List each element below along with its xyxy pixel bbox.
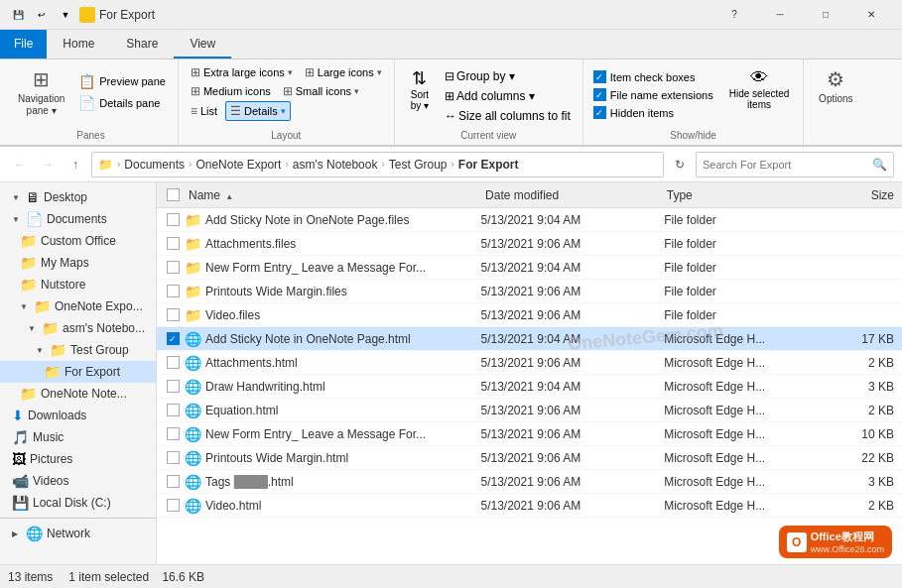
sidebar-item-desktop[interactable]: ▼ 🖥 Desktop (0, 186, 156, 208)
row-checkbox[interactable] (161, 404, 185, 416)
col-header-size[interactable]: Size (810, 188, 899, 202)
group-by-btn[interactable]: ⊟ Group by ▾ (441, 67, 575, 85)
small-icons-btn[interactable]: ⊞ Small icons ▾ (279, 82, 363, 100)
table-row[interactable]: 🌐 New Form Entry_ Leave a Message For...… (157, 422, 902, 446)
extra-large-icons-btn[interactable]: ⊞ Extra large icons ▾ (187, 63, 297, 81)
bc-onenote-export[interactable]: OneNote Export (195, 158, 281, 172)
row-checkbox[interactable] (161, 285, 185, 297)
sidebar-item-for-export[interactable]: 📁 For Export (0, 361, 156, 383)
tab-home[interactable]: Home (47, 30, 110, 59)
table-row[interactable]: 📁 Attachments.files 5/13/2021 9:06 AM Fi… (157, 232, 902, 256)
refresh-btn[interactable]: ↻ (668, 153, 692, 176)
up-btn[interactable]: ↑ (64, 153, 87, 176)
forward-btn[interactable]: → (36, 153, 60, 176)
sidebar-item-local-disk[interactable]: 💾 Local Disk (C:) (0, 492, 156, 514)
hide-selected-btn[interactable]: 👁 Hide selecteditems (723, 63, 796, 114)
col-header-name[interactable]: Name ▲ (185, 188, 481, 202)
preview-icon: 📋 (78, 73, 95, 89)
table-row[interactable]: 🌐 Printouts Wide Margin.html 5/13/2021 9… (157, 446, 902, 470)
sidebar-item-custom-office[interactable]: 📁 Custom Office (0, 230, 156, 252)
qa-save-btn[interactable]: 💾 (8, 5, 28, 25)
downloads-icon: ⬇ (12, 408, 24, 423)
file-date: 5/13/2021 9:04 AM (476, 380, 660, 394)
file-name-ext-toggle[interactable]: ✓ File name extensions (591, 87, 715, 102)
sidebar-item-test-group[interactable]: ▼ 📁 Test Group (0, 339, 156, 361)
row-checkbox[interactable] (161, 308, 185, 321)
search-box[interactable]: 🔍 (696, 152, 894, 177)
navigation-pane-btn[interactable]: ⊞ Navigationpane ▾ (12, 63, 70, 121)
folder-icon: 📁 (185, 212, 201, 228)
options-btn[interactable]: ⚙ Options (812, 63, 859, 109)
sidebar-item-onenote-export[interactable]: ▼ 📁 OneNote Expo... (0, 295, 156, 317)
table-row[interactable]: 📁 Add Sticky Note in OneNote Page.files … (157, 208, 902, 232)
preview-pane-btn[interactable]: 📋 Preview pane (74, 71, 170, 91)
details-icon: 📄 (78, 95, 95, 111)
add-columns-btn[interactable]: ⊞ Add columns ▾ (441, 87, 575, 105)
bc-for-export[interactable]: For Export (458, 158, 519, 172)
medium-icons-btn[interactable]: ⊞ Medium icons (187, 82, 275, 100)
row-checkbox[interactable] (161, 237, 185, 250)
sort-by-btn[interactable]: ⇅ Sortby ▾ (403, 63, 437, 115)
sidebar-item-onenote-note[interactable]: 📁 OneNote Note... (0, 383, 156, 405)
ribbon-group-options: ⚙ Options (804, 59, 867, 145)
table-row[interactable]: 🌐 Tags ████.html 5/13/2021 9:06 AM Micro… (157, 470, 902, 494)
sidebar-item-videos[interactable]: 📹 Videos (0, 470, 156, 492)
close-btn[interactable]: ✕ (848, 0, 894, 30)
breadcrumb[interactable]: 📁 › Documents › OneNote Export › asm's N… (91, 152, 664, 177)
table-row[interactable]: 📁 Video.files 5/13/2021 9:06 AM File fol… (157, 303, 902, 327)
videos-icon: 📹 (12, 473, 29, 489)
file-size: 2 KB (809, 404, 898, 417)
help-btn[interactable]: ? (711, 0, 757, 30)
tab-view[interactable]: View (174, 30, 231, 59)
table-row[interactable]: 🌐 Draw Handwriting.html 5/13/2021 9:04 A… (157, 375, 902, 399)
large-icons-btn[interactable]: ⊞ Large icons ▾ (301, 63, 386, 81)
row-checkbox[interactable]: ✓ (161, 332, 185, 345)
sidebar-item-asms-notebook[interactable]: ▼ 📁 asm's Notebo... (0, 317, 156, 339)
table-row[interactable]: 🌐 Equation.html 5/13/2021 9:06 AM Micros… (157, 399, 902, 422)
col-header-date[interactable]: Date modified (481, 188, 663, 202)
sidebar-item-network[interactable]: ▶ 🌐 Network (0, 523, 156, 544)
row-checkbox[interactable] (161, 213, 185, 226)
search-input[interactable] (703, 159, 868, 171)
table-row[interactable]: ✓ 🌐 Add Sticky Note in OneNote Page.html… (157, 327, 902, 351)
bc-test-group[interactable]: Test Group (389, 158, 448, 172)
tab-file[interactable]: File (0, 30, 47, 59)
row-checkbox[interactable] (161, 380, 185, 393)
table-row[interactable]: 📁 Printouts Wide Margin.files 5/13/2021 … (157, 280, 902, 303)
details-btn[interactable]: ☰ Details ▾ (225, 101, 291, 121)
row-checkbox[interactable] (161, 451, 185, 464)
minimize-btn[interactable]: ─ (757, 0, 803, 30)
hidden-items-toggle[interactable]: ✓ Hidden items (591, 105, 715, 120)
opts-content: ⚙ Options (812, 63, 859, 139)
sidebar-item-my-maps[interactable]: 📁 My Maps (0, 252, 156, 274)
row-checkbox[interactable] (161, 499, 185, 512)
list-btn[interactable]: ≡ List (187, 101, 221, 121)
bc-asms-notebook[interactable]: asm's Notebook (293, 158, 378, 172)
sidebar-item-documents[interactable]: ▼ 📄 Documents (0, 208, 156, 230)
row-checkbox[interactable] (161, 427, 185, 440)
item-checkboxes-toggle[interactable]: ✓ Item check boxes (591, 69, 715, 84)
back-btn[interactable]: ← (8, 153, 32, 176)
table-row[interactable]: 📁 New Form Entry_ Leave a Message For...… (157, 256, 902, 280)
table-row[interactable]: 🌐 Attachments.html 5/13/2021 9:06 AM Mic… (157, 351, 902, 375)
row-checkbox[interactable] (161, 475, 185, 488)
row-checkbox[interactable] (161, 356, 185, 369)
sidebar-item-pictures[interactable]: 🖼 Pictures (0, 448, 156, 470)
options-icon: ⚙ (827, 67, 844, 91)
table-row[interactable]: 🌐 Video.html 5/13/2021 9:06 AM Microsoft… (157, 494, 902, 518)
select-all-checkbox[interactable] (167, 188, 180, 201)
qa-undo-btn[interactable]: ↩ (32, 5, 52, 25)
col-header-type[interactable]: Type (663, 188, 810, 202)
tab-share[interactable]: Share (110, 30, 174, 59)
sidebar-item-nutstore[interactable]: 📁 Nutstore (0, 274, 156, 295)
for-export-icon: 📁 (44, 364, 61, 380)
size-columns-btn[interactable]: ↔ Size all columns to fit (441, 107, 575, 125)
bc-documents[interactable]: Documents (124, 158, 185, 172)
details-pane-btn[interactable]: 📄 Details pane (74, 93, 170, 113)
qa-dropdown-btn[interactable]: ▼ (56, 5, 75, 25)
sidebar-item-music[interactable]: 🎵 Music (0, 426, 156, 448)
row-checkbox[interactable] (161, 261, 185, 274)
sidebar-item-downloads[interactable]: ⬇ Downloads (0, 405, 156, 426)
nutstore-label: Nutstore (41, 278, 85, 292)
maximize-btn[interactable]: □ (803, 0, 848, 30)
